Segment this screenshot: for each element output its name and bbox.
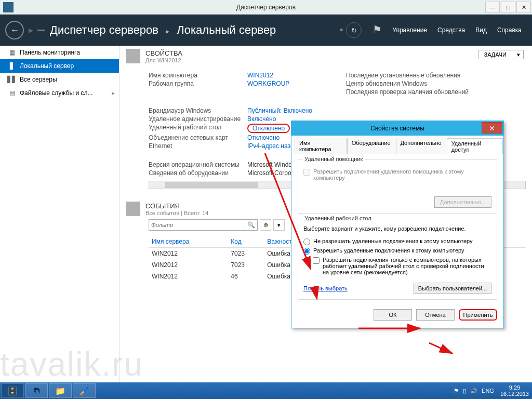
lang-indicator[interactable]: ENG [482,388,494,394]
sidebar-item-label: Локальный сервер [20,62,74,70]
breadcrumb-page[interactable]: Локальный сервер [177,23,276,36]
menu-manage[interactable]: Управление [392,26,427,34]
radio-disallow[interactable]: Не разрешать удаленные подключения к это… [303,238,491,245]
radio-label: Разрешить удаленные подключения к этому … [313,247,464,254]
properties-subtitle: Для WIN2012 [145,57,182,63]
events-tile-icon [126,202,140,216]
prop-value-link[interactable]: WIN2012 [247,72,346,79]
prop-right: Последняя проверка наличия обновлений [346,88,469,96]
maximize-button[interactable]: □ [501,2,515,13]
radio-label: Не разрешать удаленные подключения к это… [313,238,473,244]
tab-hardware[interactable]: Оборудование [347,138,395,154]
events-subtitle: Все события | Всего: 14 [145,210,208,216]
ok-button[interactable]: ОК [374,309,412,321]
app-icon [3,2,14,12]
nav-back-button[interactable]: ← [5,21,24,39]
close-button[interactable]: ✕ [516,2,531,13]
taskbar-clock[interactable]: 9:29 16.12.2013 [500,384,529,397]
window-title: Диспетчер серверов [236,4,296,11]
refresh-icon: ↻ [351,26,357,34]
prop-right: Последние установленные обновления [346,72,460,79]
prop-label: Версия операционной системы [149,161,247,168]
group-label: Удаленный помощник [302,156,365,162]
server-icon: ▋ [7,62,17,70]
filter-container: 🔍 [149,219,258,231]
prop-value-link[interactable]: WORKGROUP [247,80,346,87]
tab-remote[interactable]: Удаленный доступ [447,138,503,154]
dashboard-icon: ▦ [7,49,17,56]
sidebar-item-local-server[interactable]: ▋Локальный сервер [0,59,119,73]
properties-tile-icon [126,49,140,63]
prop-label: Объединение сетевых карт [149,134,247,141]
tasks-dropdown[interactable]: ЗАДАЧИ [478,50,524,59]
chevron-right-icon: ▸ [112,89,115,97]
prop-value-remote-desktop[interactable]: Отключено [247,124,290,133]
radio[interactable] [303,248,310,255]
clock-time: 9:29 [500,384,529,391]
dialog-close-button[interactable]: ✕ [482,122,502,134]
radio[interactable] [303,238,310,245]
tab-advanced[interactable]: Дополнительно [396,138,446,154]
menu-help[interactable]: Справка [497,26,522,34]
taskbar-explorer[interactable]: 📁 [49,383,72,398]
prop-label: Удаленный рабочий стол [149,124,247,133]
back-arrow-icon: ← [10,25,19,36]
prop-label: Сведения об оборудовании [149,169,247,177]
advanced-button[interactable]: Дополнительно... [434,196,491,208]
search-button[interactable]: 🔍 [245,220,257,230]
sidebar-item-label: Файловые службы и сл... [20,89,93,97]
tab-computer-name[interactable]: Имя компьютера [295,138,347,154]
prop-value-link[interactable]: Публичный: Включено [247,107,346,114]
prop-right: Центр обновления Windows [346,80,427,87]
titlebar: Диспетчер серверов — □ ✕ [0,0,532,15]
filter-input[interactable] [149,220,237,230]
menu-tools[interactable]: Средства [437,26,465,34]
app-header: ← ▸ Диспетчер серверов ▸ Локальный серве… [0,15,532,46]
checkbox[interactable] [313,257,320,264]
flag-tray-icon[interactable]: ⚑ [454,388,459,394]
col-server[interactable]: Имя сервера [149,236,228,248]
sidebar: ▦Панель мониторинга ▋Локальный сервер ▋▋… [0,46,119,382]
taskbar-powershell[interactable]: ⧉ [25,383,48,398]
search-icon: 🔍 [247,221,255,229]
taskbar-paint[interactable]: 🖌️ [73,383,96,398]
sidebar-item-label: Все серверы [20,76,57,83]
scrollbar-thumb[interactable] [165,182,258,188]
group-remote-assistance: Удаленный помощник Разрешить подключения… [298,159,497,214]
network-tray-icon[interactable]: ▯ [463,388,466,394]
properties-title: СВОЙСТВА [145,49,182,57]
checkbox[interactable] [303,169,310,176]
sound-tray-icon[interactable]: 🔊 [470,388,477,394]
properties-header: СВОЙСТВА Для WIN2012 [126,49,526,63]
forward-arrow-icon: ▸ [29,24,33,36]
filter-options-button[interactable]: ⊜ [260,219,271,231]
system-tray: ⚑ ▯ 🔊 ENG 9:29 16.12.2013 [451,384,532,397]
col-code[interactable]: Код [228,236,264,248]
group-prompt: Выберите вариант и укажите, кому разреше… [303,225,491,232]
radio-allow[interactable]: Разрешить удаленные подключения к этому … [303,247,491,255]
group-remote-desktop: Удаленный рабочий стол Выберите вариант … [298,219,497,300]
breadcrumb-separator-icon: ▸ [166,27,169,35]
filter-tags-button[interactable]: ▾ [273,219,285,231]
select-users-button[interactable]: Выбрать пользователей... [414,283,491,294]
cancel-button[interactable]: Отмена [416,309,455,321]
remote-assistance-check[interactable]: Разрешить подключения удаленного помощни… [303,168,491,181]
minimize-button[interactable]: — [485,2,500,13]
refresh-button[interactable]: ↻ [346,22,362,38]
sidebar-item-file-services[interactable]: ▤Файловые службы и сл...▸ [0,86,119,100]
prop-label: Рабочая группа [149,80,247,87]
nav-forward-button[interactable]: ▸ [26,21,35,39]
taskbar-server-manager[interactable]: 🗄️ [1,383,24,398]
dialog-title: Свойства системы [370,125,424,132]
breadcrumb-root[interactable]: Диспетчер серверов [50,23,158,36]
apply-button[interactable]: Применить [459,309,497,321]
dialog-titlebar[interactable]: Свойства системы ✕ [291,121,503,136]
sidebar-item-dashboard[interactable]: ▦Панель мониторинга [0,46,119,59]
sidebar-item-label: Панель мониторинга [20,49,80,56]
help-link[interactable]: Помочь выбрать [303,285,348,291]
sidebar-item-all-servers[interactable]: ▋▋Все серверы [0,73,119,86]
menu-view[interactable]: Вид [475,26,487,34]
nla-check[interactable]: Разрешить подключения только с компьютер… [313,257,491,275]
group-label: Удаленный рабочий стол [302,215,374,221]
notifications-button[interactable]: ⚑ [373,23,384,37]
